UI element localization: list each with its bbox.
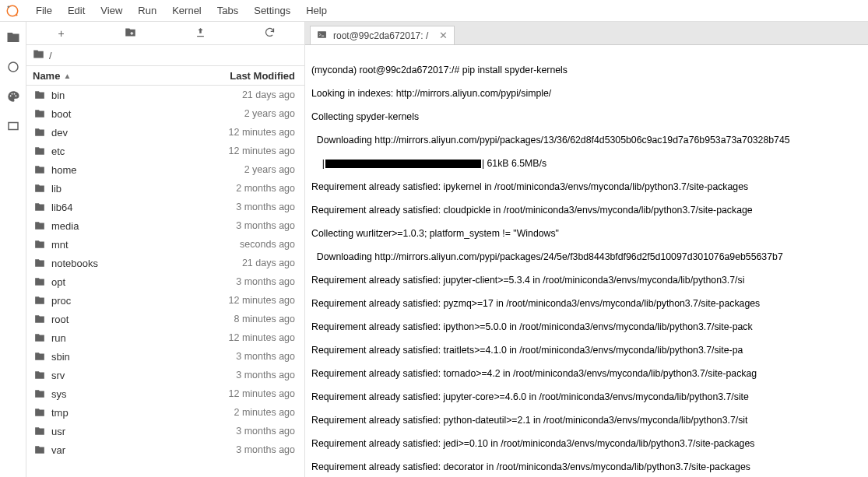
menu-bar: File Edit View Run Kernel Tabs Settings … bbox=[0, 0, 868, 22]
file-name: srv bbox=[51, 370, 181, 381]
folder-icon bbox=[33, 388, 47, 399]
folder-icon bbox=[33, 332, 47, 343]
palette-icon[interactable] bbox=[5, 89, 21, 104]
file-row[interactable]: dev12 minutes ago bbox=[26, 123, 304, 142]
folder-icon bbox=[33, 48, 44, 62]
header-modified[interactable]: Last Modified bbox=[188, 70, 304, 82]
menu-tabs[interactable]: Tabs bbox=[209, 5, 246, 16]
file-name: mnt bbox=[51, 239, 181, 251]
file-row[interactable]: lib2 months ago bbox=[26, 179, 304, 198]
svg-point-3 bbox=[9, 62, 18, 72]
folder-icon bbox=[33, 258, 47, 268]
svg-point-2 bbox=[16, 14, 17, 16]
activity-bar bbox=[0, 22, 26, 477]
progress-bar bbox=[325, 160, 481, 168]
file-modified: seconds ago bbox=[181, 239, 298, 250]
header-name[interactable]: Name ▲ bbox=[26, 70, 188, 82]
breadcrumb[interactable]: / bbox=[26, 45, 304, 65]
menu-edit[interactable]: Edit bbox=[60, 5, 93, 16]
file-modified: 21 days ago bbox=[181, 258, 298, 268]
file-name: root bbox=[51, 314, 181, 325]
file-row[interactable]: notebooks21 days ago bbox=[26, 254, 304, 272]
file-name: notebooks bbox=[51, 258, 181, 269]
terminal-output[interactable]: (myconda) root@99c2da672017:/# pip insta… bbox=[305, 45, 868, 477]
new-launcher-button[interactable]: + bbox=[26, 27, 96, 40]
file-row[interactable]: boot2 years ago bbox=[26, 104, 304, 123]
folder-icon bbox=[33, 183, 47, 194]
file-modified: 21 days ago bbox=[181, 89, 298, 100]
file-modified: 3 months ago bbox=[181, 426, 298, 437]
file-name: media bbox=[51, 220, 181, 232]
folder-icon bbox=[33, 127, 47, 138]
tab-terminal[interactable]: root@99c2da672017: / ✕ bbox=[310, 26, 455, 44]
svg-point-5 bbox=[11, 93, 12, 95]
close-icon[interactable]: ✕ bbox=[439, 30, 448, 41]
menu-settings[interactable]: Settings bbox=[246, 5, 298, 16]
file-row[interactable]: bin21 days ago bbox=[26, 86, 304, 104]
file-row[interactable]: sbin3 months ago bbox=[26, 347, 304, 366]
file-name: usr bbox=[51, 426, 181, 437]
file-modified: 12 minutes ago bbox=[181, 388, 298, 399]
refresh-button[interactable] bbox=[235, 26, 304, 40]
tabs-icon[interactable] bbox=[5, 118, 21, 134]
breadcrumb-path: / bbox=[49, 50, 52, 61]
file-modified: 12 minutes ago bbox=[181, 332, 298, 343]
file-name: proc bbox=[51, 295, 181, 307]
terminal-icon bbox=[317, 30, 327, 42]
file-modified: 8 minutes ago bbox=[181, 314, 298, 324]
file-name: lib64 bbox=[51, 202, 181, 213]
svg-point-6 bbox=[13, 93, 15, 95]
file-row[interactable]: lib643 months ago bbox=[26, 198, 304, 216]
file-name: sbin bbox=[51, 351, 181, 363]
menu-help[interactable]: Help bbox=[298, 5, 335, 16]
folder-icon bbox=[33, 426, 47, 437]
folder-icon[interactable] bbox=[5, 30, 21, 45]
tab-bar: root@99c2da672017: / ✕ bbox=[305, 22, 868, 45]
folder-icon bbox=[33, 220, 47, 231]
file-row[interactable]: root8 minutes ago bbox=[26, 310, 304, 328]
menu-kernel[interactable]: Kernel bbox=[164, 5, 209, 16]
menu-view[interactable]: View bbox=[93, 5, 130, 16]
file-row[interactable]: var3 months ago bbox=[26, 440, 304, 459]
file-modified: 3 months ago bbox=[181, 202, 298, 212]
file-modified: 12 minutes ago bbox=[181, 295, 298, 306]
file-row[interactable]: opt3 months ago bbox=[26, 272, 304, 291]
file-modified: 3 months ago bbox=[181, 276, 298, 287]
file-list-header: Name ▲ Last Modified bbox=[26, 65, 304, 86]
svg-rect-9 bbox=[318, 31, 326, 38]
file-toolbar: + bbox=[26, 22, 304, 45]
menu-file[interactable]: File bbox=[28, 5, 60, 16]
file-row[interactable]: etc12 minutes ago bbox=[26, 142, 304, 160]
file-row[interactable]: srv3 months ago bbox=[26, 366, 304, 384]
main-area: root@99c2da672017: / ✕ (myconda) root@99… bbox=[305, 22, 868, 477]
menu-run[interactable]: Run bbox=[130, 5, 164, 16]
file-name: var bbox=[51, 444, 181, 456]
file-modified: 3 months ago bbox=[181, 444, 298, 455]
folder-icon bbox=[33, 295, 47, 306]
file-row[interactable]: usr3 months ago bbox=[26, 422, 304, 440]
file-row[interactable]: mntseconds ago bbox=[26, 235, 304, 254]
file-modified: 3 months ago bbox=[181, 351, 298, 362]
svg-point-1 bbox=[8, 5, 9, 7]
file-row[interactable]: sys12 minutes ago bbox=[26, 384, 304, 403]
file-row[interactable]: media3 months ago bbox=[26, 216, 304, 235]
running-icon[interactable] bbox=[5, 59, 21, 75]
folder-icon bbox=[33, 370, 47, 381]
file-modified: 3 months ago bbox=[181, 220, 298, 231]
svg-rect-8 bbox=[9, 123, 18, 130]
file-name: home bbox=[51, 164, 181, 176]
upload-button[interactable] bbox=[166, 26, 235, 40]
file-row[interactable]: proc12 minutes ago bbox=[26, 291, 304, 310]
jupyter-logo-icon bbox=[5, 3, 20, 19]
file-row[interactable]: run12 minutes ago bbox=[26, 328, 304, 347]
new-folder-button[interactable] bbox=[96, 26, 165, 40]
folder-icon bbox=[33, 407, 47, 418]
folder-icon bbox=[33, 89, 47, 100]
folder-icon bbox=[33, 108, 47, 119]
file-modified: 2 months ago bbox=[181, 183, 298, 194]
folder-icon bbox=[33, 164, 47, 175]
file-row[interactable]: tmp2 minutes ago bbox=[26, 403, 304, 422]
svg-point-4 bbox=[9, 95, 11, 96]
file-browser: + / Name ▲ Last Modified bin21 days a bbox=[26, 22, 305, 477]
file-row[interactable]: home2 years ago bbox=[26, 160, 304, 179]
